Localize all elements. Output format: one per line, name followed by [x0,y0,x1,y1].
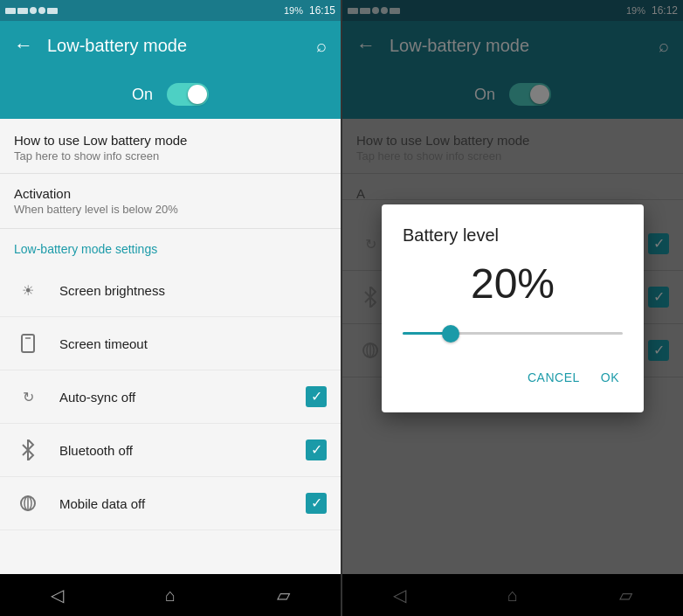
dialog-actions: CANCEL OK [403,363,623,391]
brightness-icon: ☀ [14,276,42,304]
content-left: How to use Low battery mode Tap here to … [0,119,341,574]
toggle-switch-left[interactable] [167,83,209,106]
toolbar-title-left: Low-battery mode [47,36,302,56]
activation-sub-left: When battery level is below 20% [14,203,327,216]
back-button-left[interactable]: ← [14,34,33,57]
status-bar-right-left: 19% 16:15 [284,4,335,17]
ok-button[interactable]: OK [597,363,623,391]
brightness-label: Screen brightness [59,283,327,298]
bluetooth-label: Bluetooth off [59,443,288,458]
status-bar-left: 19% 16:15 [0,0,341,21]
search-button-left[interactable]: ⌕ [316,36,327,56]
dialog-overlay: Battery level 20% CANCEL OK [342,0,683,616]
on-label-left: On [132,86,153,104]
slider-thumb[interactable] [442,325,459,343]
activation-row-left: Activation When battery level is below 2… [0,174,341,229]
cancel-button[interactable]: CANCEL [524,363,583,391]
info-row-left[interactable]: How to use Low battery mode Tap here to … [0,119,341,174]
slider-track [403,332,623,335]
autosync-checkbox[interactable]: ✓ [306,386,327,407]
info-sub-left: Tap here to show info screen [14,149,327,163]
svg-rect-0 [22,335,34,352]
bluetooth-checkbox[interactable]: ✓ [306,440,327,460]
section-header-left: Low-battery mode settings [0,229,341,264]
back-nav-left[interactable]: ◁ [33,578,81,613]
section-header-text-left: Low-battery mode settings [14,242,157,256]
bluetooth-icon [14,436,42,464]
status-icon-4 [38,7,45,14]
on-row-left: On [0,70,341,119]
home-nav-left[interactable]: ⌂ [148,578,193,613]
dialog-slider[interactable] [403,325,623,343]
sync-icon: ↻ [14,383,42,411]
setting-item-brightness[interactable]: ☀ Screen brightness [0,264,341,317]
battery-percent-left: 19% [284,5,303,16]
setting-item-bluetooth[interactable]: Bluetooth off ✓ [0,424,341,477]
dialog-value: 20% [403,260,623,308]
battery-level-dialog: Battery level 20% CANCEL OK [382,204,644,412]
dialog-title: Battery level [403,225,623,246]
mobile-icon [14,489,42,517]
panel-right: 19% 16:12 ← Low-battery mode ⌕ On How to… [342,0,683,616]
status-icons-left [5,7,58,14]
status-icon-5 [47,8,58,14]
recents-nav-left[interactable]: ▱ [259,578,307,613]
status-icon-3 [30,7,37,14]
mobile-checkbox[interactable]: ✓ [306,493,327,514]
info-title-left: How to use Low battery mode [14,133,327,148]
panel-left: 19% 16:15 ← Low-battery mode ⌕ On How to… [0,0,341,616]
setting-item-timeout[interactable]: Screen timeout [0,317,341,370]
toolbar-left: ← Low-battery mode ⌕ [0,21,341,70]
status-icon-1 [5,8,16,14]
toggle-knob-left [188,85,207,104]
mobile-label: Mobile data off [59,496,288,511]
timeout-label: Screen timeout [59,336,327,351]
status-time-left: 16:15 [309,4,335,17]
status-icon-2 [17,8,28,14]
autosync-label: Auto-sync off [59,390,288,405]
screen-icon [14,329,42,357]
bottom-nav-left: ◁ ⌂ ▱ [0,574,341,616]
setting-item-autosync[interactable]: ↻ Auto-sync off ✓ [0,370,341,424]
activation-title-left: Activation [14,186,327,201]
setting-item-mobile[interactable]: Mobile data off ✓ [0,477,341,530]
